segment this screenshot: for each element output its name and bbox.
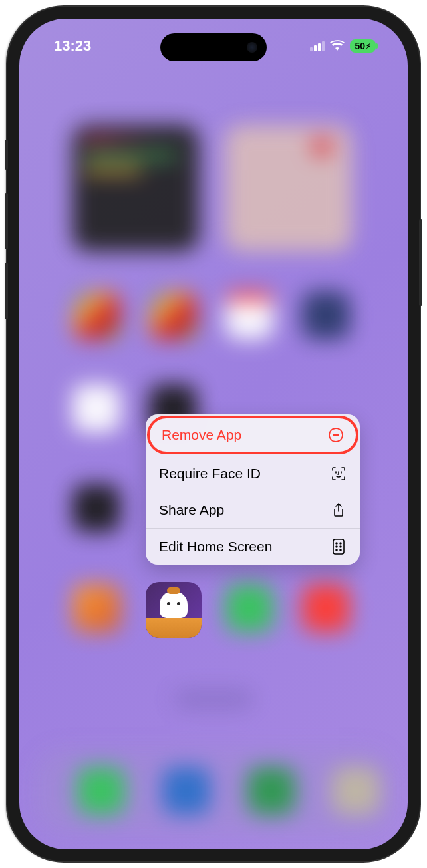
svg-point-6	[340, 543, 341, 544]
screen: 13:23 50⚡︎	[19, 19, 408, 849]
svg-point-9	[336, 549, 337, 551]
share-icon	[331, 502, 347, 518]
iphone-frame: 13:23 50⚡︎	[7, 7, 420, 861]
svg-rect-4	[333, 539, 344, 554]
power-button	[419, 219, 422, 306]
menu-item-label: Remove App	[162, 427, 241, 443]
svg-point-5	[336, 543, 337, 544]
silent-switch	[5, 140, 8, 170]
svg-point-7	[336, 546, 337, 547]
require-faceid-item[interactable]: Require Face ID	[146, 456, 360, 492]
selected-app-icon[interactable]	[146, 582, 202, 638]
dynamic-island	[160, 33, 267, 61]
apps-grid-icon	[331, 539, 347, 555]
share-app-item[interactable]: Share App	[146, 492, 360, 529]
svg-point-8	[340, 546, 341, 547]
edit-home-screen-item[interactable]: Edit Home Screen	[146, 529, 360, 565]
volume-up-button	[5, 193, 8, 249]
menu-item-label: Require Face ID	[159, 466, 261, 482]
status-time: 13:23	[54, 37, 91, 55]
volume-down-button	[5, 263, 8, 319]
svg-point-10	[340, 549, 341, 551]
battery-icon: 50⚡︎	[350, 39, 376, 53]
menu-item-label: Edit Home Screen	[159, 539, 272, 555]
context-menu: Remove App Require Face ID Share App Edi…	[146, 414, 360, 565]
minus-circle-icon	[328, 427, 344, 443]
remove-app-item[interactable]: Remove App	[147, 416, 358, 454]
cellular-icon	[310, 41, 325, 51]
status-right: 50⚡︎	[310, 37, 376, 55]
wifi-icon	[330, 39, 345, 54]
faceid-icon	[331, 466, 347, 482]
menu-item-label: Share App	[159, 502, 224, 518]
camera-icon	[247, 42, 257, 53]
